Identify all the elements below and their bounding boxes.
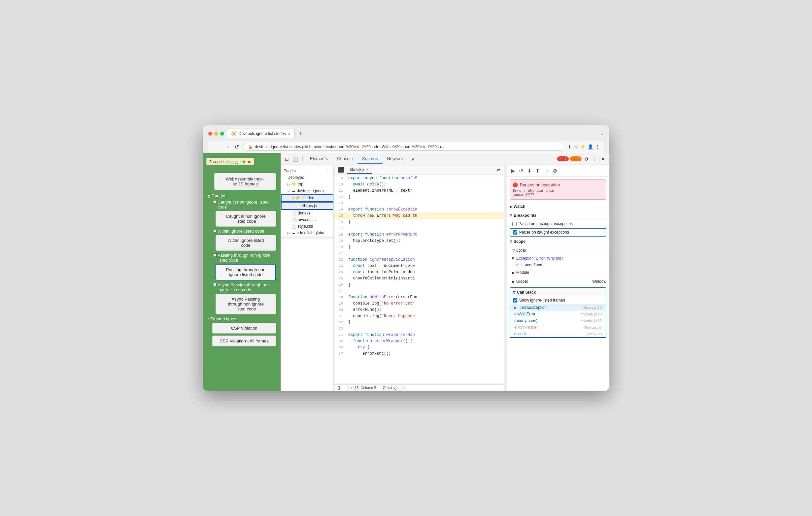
minimize-button[interactable] [214,132,218,135]
pause-uncaught-checkbox[interactable] [512,222,517,226]
editor-tab-library[interactable]: library.js ✕ [347,166,372,174]
code-line: 30 errorFunc(); [334,306,504,313]
menu-icon[interactable]: ⋮ [595,144,600,149]
hidden-folder[interactable]: ▽ 📂 hidden [281,194,334,202]
code-line: 19 Map.prototype.set(); [334,238,504,244]
code-line: 18 export function errorFromRunt [334,231,504,238]
caught-bullet [208,195,210,198]
cdn-item[interactable]: ▷ ☁ cdn.glitch.globa [281,230,334,236]
tab-overflow-button[interactable]: ⌄ [601,131,604,136]
csp-violation-all-button[interactable]: CSP Violation - All frames [212,336,276,346]
devtools-tabs: Elements Console Sources Network » [305,154,556,164]
hidden-folder-icon: 📂 [296,195,301,200]
page-menu[interactable]: ⋮ [327,169,331,173]
cast-icon[interactable]: ⬆ [568,144,572,149]
code-content[interactable]: 9 export async function unsafeS 10 await… [334,175,504,384]
extension-icon[interactable]: ⚡ [580,144,586,149]
stack-frame-anonymous[interactable]: (anonymous) mycode.js:89 [510,317,606,324]
step-into-button[interactable]: ⬇ [526,167,533,175]
index-file[interactable]: 📄 (index) [281,210,334,216]
pause-caught-checkbox[interactable] [513,230,517,235]
local-section[interactable]: ▽ Local [507,246,609,255]
resume-button[interactable]: ▶ [510,167,516,175]
step-button[interactable]: → [542,167,550,175]
breakpoints-section[interactable]: ▽ Breakpoints [507,211,609,220]
global-section[interactable]: ▶ Global Window [507,277,609,286]
format-icon: {} [338,386,340,390]
top-item[interactable]: ▷ 📁 top [281,181,334,187]
profile-icon[interactable]: 👤 [587,144,593,149]
mycode-icon: 📄 [291,217,296,222]
module-label: Module [516,270,529,275]
within-ignore-button[interactable]: Within ignore listedcode [215,235,276,251]
back-button[interactable]: ← [212,143,220,150]
passing-through-button[interactable]: Passing through nonignore listed code [215,264,276,280]
editor-sidebar-toggle[interactable]: ⬛ [336,165,346,174]
step-out-button[interactable]: ⬆ [534,167,541,175]
browser-tab[interactable]: 🧭 DevTools ignore list stories ✕ [227,129,295,138]
refresh-button[interactable]: ↺ [233,143,240,151]
code-line: 13 [334,200,504,206]
devtools-ignore-item[interactable]: ▽ ☁ devtools-ignore [281,187,334,194]
close-button[interactable] [208,132,212,135]
pause-caught-row[interactable]: Pause on caught exceptions [510,228,606,237]
device-icon[interactable]: ⬜ [291,155,300,163]
module-section[interactable]: ▶ Module [507,268,609,277]
file-tree-scrollbar[interactable] [281,236,334,239]
cloud-icon-1: ☁ [291,188,295,193]
stack-frame-throwexception[interactable]: ▶ throwException library.js:15 [510,304,606,311]
code-line: 24 const insertionPoint = doc [334,269,504,275]
more-options-icon[interactable]: ⋮ [591,155,599,163]
stack-frame-onclick[interactable]: onclick (index):83 [510,331,606,337]
step-over-button[interactable]: ↺ [518,167,524,175]
new-tab-button[interactable]: + [296,129,305,138]
show-ignore-frames-checkbox[interactable] [513,298,517,303]
close-devtools-icon[interactable]: ✕ [600,155,606,163]
page-more[interactable]: » [294,169,296,173]
async-passing-button[interactable]: Async Passingthrough non ignorelisted co… [215,294,276,314]
call-stack-header[interactable]: ▽ Call Stack [510,288,606,297]
devtools-panel: ⊡ ⬜ Elements Console Sources Network » 🔴… [281,153,609,391]
mycode-file[interactable]: 📄 mycode.js [281,216,334,223]
tab-sources[interactable]: Sources [357,154,383,164]
show-ignore-frames-row[interactable]: Show ignore-listed frames [510,297,606,304]
csp-violation-button[interactable]: CSP Violation [212,323,276,334]
module-arrow: ▶ [512,271,515,274]
tab-close-button[interactable]: ✕ [288,132,290,135]
exception-expand[interactable]: ▶ [512,256,515,260]
show-ignore-frames-label: Show ignore-listed frames [519,298,565,303]
bullet-sq-2 [213,230,216,232]
code-scrollbar[interactable] [504,165,507,391]
devtools-ignore-label: devtools-ignore [297,188,324,193]
library-js-file[interactable]: 📄 library.js [281,202,334,210]
inspect-icon[interactable]: ⊡ [284,155,290,163]
tab-elements[interactable]: Elements [305,154,332,164]
editor-tab-close[interactable]: ✕ [366,168,369,171]
tab-network[interactable]: Network [383,154,408,164]
page-content: Paused in debugger ▶ ⏺ WebAssembly trap … [203,153,281,391]
scope-section[interactable]: ▽ Scope [507,237,609,246]
stack-frame-dowithError[interactable]: doWithError mycode.js:18 [510,311,606,317]
step-over-icon[interactable]: ⏺ [248,160,251,164]
page-tab[interactable]: Page » ⋮ [281,168,334,174]
lock-icon: 🔒 [248,145,253,149]
stack-frame-errorwrapper[interactable]: errorWrapper library.js:37 [510,324,606,331]
tab-console[interactable]: Console [332,154,357,164]
pause-uncaught-row[interactable]: Pause on uncaught exceptions [507,220,609,227]
caught-non-ignore-button[interactable]: Caught in non ignorelisted code [215,211,276,227]
url-bar[interactable]: 🔒 devtools-ignore-list-stories.glitch.me… [243,143,565,151]
forward-button[interactable]: → [223,143,231,150]
settings-icon[interactable]: ⚙ [583,155,590,163]
editor-nav-icon[interactable]: ⇄ [496,166,501,173]
maximize-button[interactable] [220,132,224,135]
bookmark-icon[interactable]: ☆ [574,144,578,149]
exception-key: Exception: Error: Why did t [516,256,563,261]
tab-more[interactable]: » [407,154,419,164]
tab-favicon: 🧭 [231,131,237,136]
deactivate-button[interactable]: ⊘ [552,167,558,175]
scope-label: Scope [514,239,525,244]
watch-section[interactable]: ▶ Watch [507,202,609,211]
global-arrow: ▶ [512,280,515,283]
style-file[interactable]: 📄 style.css [281,223,334,230]
resume-icon[interactable]: ▶ [243,159,246,164]
